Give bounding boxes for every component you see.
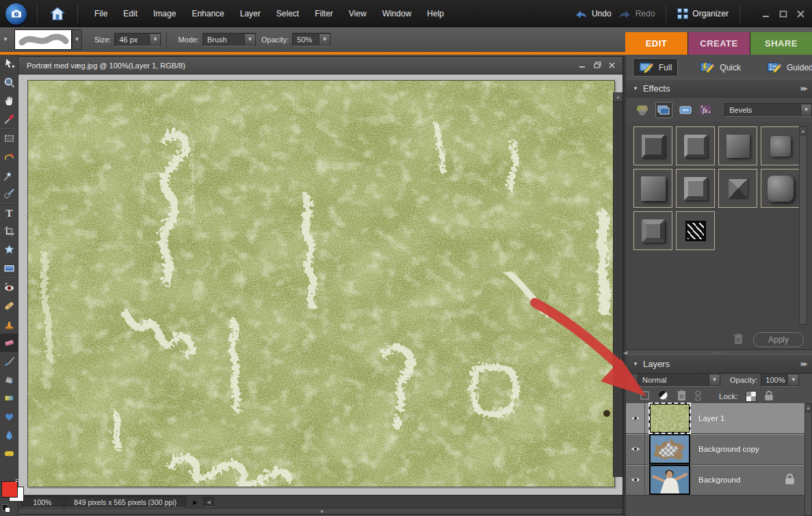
visibility-toggle[interactable] bbox=[626, 434, 645, 464]
effects-scroll-up-icon[interactable]: ▲ bbox=[800, 127, 807, 135]
menu-edit[interactable]: Edit bbox=[123, 9, 137, 18]
visibility-toggle[interactable] bbox=[626, 465, 645, 495]
layer-thumbnail-background-copy[interactable] bbox=[649, 434, 690, 464]
tool-flyout-icon[interactable]: ▼ bbox=[3, 37, 8, 42]
layer-thumbnail-layer-1[interactable] bbox=[649, 403, 690, 433]
horizontal-scrollbar[interactable]: ▼ bbox=[18, 508, 623, 514]
doc-restore-icon[interactable] bbox=[594, 62, 601, 70]
hscroll-left-icon[interactable]: ◀ bbox=[203, 497, 214, 507]
crop-tool[interactable] bbox=[0, 222, 18, 241]
doc-close-icon[interactable] bbox=[609, 62, 616, 70]
close-icon[interactable] bbox=[796, 10, 805, 18]
minimize-icon[interactable] bbox=[762, 10, 771, 18]
hand-tool[interactable] bbox=[0, 92, 18, 110]
zoom-tool[interactable] bbox=[0, 73, 18, 92]
organizer-button[interactable]: Organizer bbox=[677, 8, 729, 19]
new-layer-icon[interactable] bbox=[640, 390, 650, 403]
swap-colors-icon[interactable]: ⇄ bbox=[15, 477, 21, 484]
magic-wand-tool[interactable] bbox=[0, 166, 18, 185]
collapse-triangle-icon[interactable]: ▼ bbox=[633, 85, 638, 92]
blend-mode-select[interactable]: Normal ▼ bbox=[638, 373, 720, 387]
panel-menu-icon[interactable]: ▶▶ bbox=[801, 361, 807, 367]
layer-thumbnail-background[interactable] bbox=[649, 465, 690, 495]
effect-thumb-raised-soft[interactable] bbox=[761, 126, 800, 165]
tab-edit[interactable]: EDIT bbox=[625, 32, 687, 55]
menu-view[interactable]: View bbox=[349, 9, 367, 18]
mode-select[interactable]: Brush ▼ bbox=[202, 33, 256, 46]
effect-thumb-raised-round[interactable] bbox=[761, 169, 800, 208]
link-layers-icon[interactable] bbox=[694, 390, 702, 403]
shape-tool[interactable] bbox=[0, 407, 18, 426]
brush-picker-dropdown[interactable]: ▼ bbox=[72, 29, 82, 50]
menu-help[interactable]: Help bbox=[427, 9, 444, 18]
size-dropdown-icon[interactable]: ▼ bbox=[149, 34, 160, 45]
menu-enhance[interactable]: Enhance bbox=[192, 9, 224, 18]
panel-menu-icon[interactable]: ▶▶ bbox=[801, 85, 807, 92]
layer-row-background[interactable]: Background bbox=[626, 465, 804, 495]
layer-opacity-select[interactable]: 100% ▼ bbox=[761, 373, 799, 387]
home-icon[interactable] bbox=[47, 4, 68, 23]
delete-effect-icon[interactable] bbox=[733, 333, 744, 347]
tab-guided-edit[interactable]: 12 Guided bbox=[761, 59, 812, 76]
menu-image[interactable]: Image bbox=[153, 9, 176, 18]
tab-create[interactable]: CREATE bbox=[687, 32, 750, 55]
blur-tool[interactable] bbox=[0, 426, 18, 444]
menu-layer[interactable]: Layer bbox=[240, 9, 261, 18]
redo-button[interactable]: Redo bbox=[618, 9, 655, 18]
red-eye-tool[interactable] bbox=[0, 278, 18, 297]
tab-quick-fix[interactable]: Quick bbox=[694, 59, 746, 76]
effects-header[interactable]: ▼ Effects ▶▶ bbox=[626, 79, 812, 98]
move-tool[interactable] bbox=[0, 55, 18, 73]
effect-thumb-ornate-dark[interactable] bbox=[676, 211, 715, 250]
selection-brush-tool[interactable] bbox=[0, 185, 18, 204]
mode-dropdown-icon[interactable]: ▼ bbox=[244, 34, 255, 45]
effect-thumb-frame-thin[interactable] bbox=[633, 126, 672, 165]
maximize-icon[interactable] bbox=[779, 10, 788, 18]
cookie-cutter-tool[interactable] bbox=[0, 241, 18, 259]
marquee-tool[interactable] bbox=[0, 129, 18, 148]
brush-stroke-preview[interactable] bbox=[14, 29, 72, 50]
category-dropdown-icon[interactable]: ▼ bbox=[800, 105, 811, 116]
canvas-image[interactable] bbox=[27, 80, 615, 487]
effect-thumb-frame-light[interactable] bbox=[676, 169, 715, 208]
effects-scrollbar[interactable]: ▲ bbox=[799, 126, 807, 325]
type-tool[interactable]: T bbox=[0, 204, 18, 222]
clone-stamp-tool[interactable] bbox=[0, 315, 18, 334]
default-colors-icon[interactable] bbox=[2, 504, 10, 512]
straighten-tool[interactable] bbox=[0, 259, 18, 278]
eyedropper-tool[interactable] bbox=[0, 110, 18, 129]
menu-file[interactable]: File bbox=[94, 9, 107, 18]
layers-scroll-up-icon[interactable]: ▲ bbox=[805, 404, 811, 412]
layer-opacity-dropdown-icon[interactable]: ▼ bbox=[787, 375, 798, 385]
document-titlebar[interactable]: Portræt med væg.jpg @ 100%(Layer 1, RGB/… bbox=[18, 57, 623, 74]
effect-thumb-frame-soft[interactable] bbox=[676, 126, 715, 165]
healing-brush-tool[interactable] bbox=[0, 297, 18, 315]
effect-thumb-frame-wide[interactable] bbox=[633, 211, 672, 250]
lock-transparency-icon[interactable] bbox=[746, 391, 757, 402]
effects-category-select[interactable]: Bevels ▼ bbox=[724, 103, 812, 117]
camera-logo-icon[interactable] bbox=[5, 3, 27, 25]
menu-select[interactable]: Select bbox=[276, 9, 299, 18]
gradient-tool[interactable] bbox=[0, 389, 18, 407]
menu-window[interactable]: Window bbox=[382, 9, 412, 18]
adjustment-layer-icon[interactable] bbox=[657, 390, 669, 403]
tab-share[interactable]: SHARE bbox=[750, 32, 812, 55]
hscroll-thumb[interactable]: ▼ bbox=[319, 509, 324, 514]
lasso-tool[interactable] bbox=[0, 148, 18, 166]
layer-styles-icon[interactable] bbox=[655, 102, 673, 118]
filters-icon[interactable] bbox=[634, 103, 651, 118]
paint-bucket-tool[interactable] bbox=[0, 370, 18, 389]
blend-dropdown-icon[interactable]: ▼ bbox=[709, 375, 720, 385]
collapse-triangle-icon[interactable]: ▼ bbox=[633, 361, 638, 367]
brush-tool[interactable] bbox=[0, 352, 18, 370]
scroll-up-icon[interactable]: ▲ bbox=[614, 92, 623, 102]
doc-minimize-icon[interactable] bbox=[579, 62, 586, 70]
layer-row-layer-1[interactable]: Layer 1 bbox=[626, 403, 804, 434]
layer-row-background-copy[interactable]: Background copy bbox=[626, 434, 804, 465]
all-effects-icon[interactable]: fx bbox=[698, 103, 715, 118]
tab-full-edit[interactable]: Full bbox=[633, 58, 678, 77]
layers-header[interactable]: ▼ Layers ▶▶ bbox=[626, 354, 812, 374]
zoom-level-field[interactable]: 100% bbox=[21, 496, 64, 508]
size-select[interactable]: 46 px ▼ bbox=[114, 33, 161, 46]
sponge-tool[interactable] bbox=[0, 444, 18, 463]
